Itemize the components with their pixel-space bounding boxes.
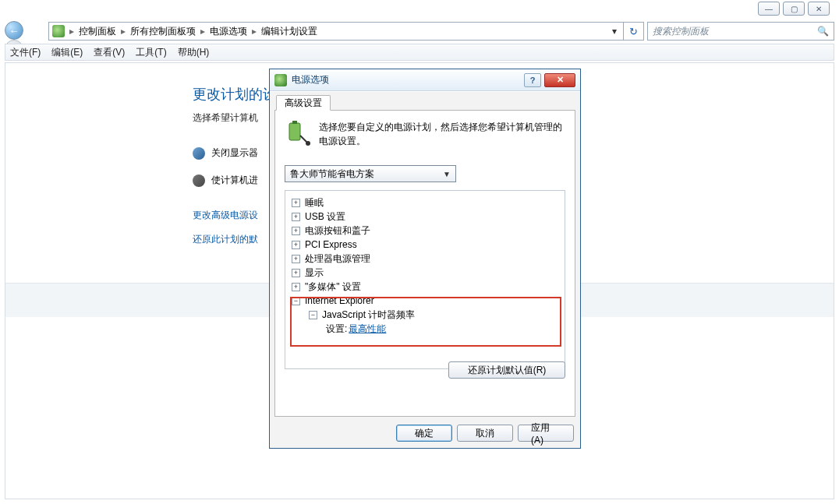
tree-item[interactable]: +PCI Express (289, 238, 561, 252)
row-label: 关闭显示器 (211, 146, 258, 160)
chevron-right-icon: ▸ (68, 26, 76, 37)
tree-item[interactable]: +显示 (289, 266, 561, 280)
settings-tree[interactable]: +睡眠 +USB 设置 +电源按钮和盖子 +PCI Express +处理器电源… (285, 190, 565, 369)
minimize-button[interactable]: — (758, 2, 780, 16)
menu-file[interactable]: 文件(F) (10, 46, 41, 59)
menubar: 文件(F) 编辑(E) 查看(V) 工具(T) 帮助(H) (5, 44, 834, 61)
svg-point-2 (306, 141, 310, 146)
setting-value-link[interactable]: 最高性能 (349, 322, 386, 336)
back-button[interactable]: ← (5, 21, 23, 40)
battery-plug-icon (285, 120, 311, 146)
tree-item[interactable]: +处理器电源管理 (289, 252, 561, 266)
svg-rect-0 (289, 123, 300, 140)
menu-view[interactable]: 查看(V) (94, 46, 125, 59)
sleep-icon (193, 174, 205, 187)
power-icon (274, 74, 287, 86)
setting-label: 设置: (326, 322, 347, 336)
expand-icon[interactable]: + (292, 255, 300, 263)
search-placeholder: 搜索控制面板 (653, 25, 709, 38)
expand-icon[interactable]: + (292, 213, 300, 221)
apply-button[interactable]: 应用 (A) (518, 425, 574, 442)
collapse-icon[interactable]: − (292, 297, 300, 305)
collapse-icon[interactable]: − (309, 311, 317, 319)
breadcrumb-item[interactable]: 所有控制面板项 (127, 25, 199, 38)
expand-icon[interactable]: + (292, 269, 300, 277)
refresh-button[interactable]: ↻ (624, 22, 644, 41)
help-button[interactable]: ? (524, 73, 541, 87)
tab-advanced[interactable]: 高级设置 (276, 95, 331, 111)
plan-select-value: 鲁大师节能省电方案 (290, 167, 374, 181)
tab-panel: 选择您要自定义的电源计划，然后选择您希望计算机管理的电源设置。 鲁大师节能省电方… (274, 110, 575, 417)
chevron-down-icon: ▼ (443, 170, 451, 178)
breadcrumb-item[interactable]: 编辑计划设置 (258, 25, 320, 38)
close-button[interactable]: ✕ (808, 2, 830, 16)
tree-item[interactable]: +睡眠 (289, 196, 561, 210)
monitor-icon (193, 147, 205, 160)
breadcrumb-dropdown-icon[interactable]: ▾ (609, 26, 620, 37)
power-options-dialog: 电源选项 ? ✕ 高级设置 选择您要自定义的电源计划，然后选择您希望计算机管理的… (269, 69, 581, 449)
search-icon: 🔍 (817, 26, 829, 37)
dialog-description: 选择您要自定义的电源计划，然后选择您希望计算机管理的电源设置。 (319, 120, 565, 148)
breadcrumb-item[interactable]: 电源选项 (207, 25, 250, 38)
search-input[interactable]: 搜索控制面板 🔍 (647, 22, 834, 41)
tree-item[interactable]: +USB 设置 (289, 210, 561, 224)
ok-button[interactable]: 确定 (396, 425, 452, 442)
expand-icon[interactable]: + (292, 199, 300, 207)
tree-item-ie[interactable]: −Internet Explorer (289, 294, 561, 308)
tree-item[interactable]: +电源按钮和盖子 (289, 224, 561, 238)
breadcrumb-item[interactable]: 控制面板 (76, 25, 119, 38)
dialog-titlebar: 电源选项 ? ✕ (270, 69, 580, 91)
tree-item[interactable]: +"多媒体" 设置 (289, 280, 561, 294)
plan-select[interactable]: 鲁大师节能省电方案 ▼ (285, 165, 456, 182)
chevron-right-icon: ▸ (119, 26, 127, 37)
svg-rect-1 (292, 121, 297, 124)
expand-icon[interactable]: + (292, 241, 300, 249)
chevron-right-icon: ▸ (250, 26, 258, 37)
tree-item-js-timer[interactable]: −JavaScript 计时器频率 (306, 308, 561, 322)
dialog-close-button[interactable]: ✕ (544, 73, 575, 87)
control-panel-icon (52, 25, 65, 37)
row-label: 使计算机进 (211, 174, 258, 187)
tree-item-setting[interactable]: 设置: 最高性能 (323, 322, 561, 336)
restore-defaults-button[interactable]: 还原计划默认值(R) (448, 361, 565, 379)
navbar: ← → ▸ 控制面板 ▸ 所有控制面板项 ▸ 电源选项 ▸ 编辑计划设置 ▾ ↻… (5, 20, 834, 42)
nav-back-forward: ← → (5, 21, 45, 41)
chevron-right-icon: ▸ (199, 26, 207, 37)
maximize-button[interactable]: ▢ (783, 2, 805, 16)
menu-help[interactable]: 帮助(H) (178, 46, 210, 59)
breadcrumb[interactable]: ▸ 控制面板 ▸ 所有控制面板项 ▸ 电源选项 ▸ 编辑计划设置 ▾ (48, 22, 624, 41)
menu-tools[interactable]: 工具(T) (136, 46, 166, 59)
dialog-cancel-button[interactable]: 取消 (457, 425, 513, 442)
expand-icon[interactable]: + (292, 227, 300, 235)
expand-icon[interactable]: + (292, 283, 300, 291)
dialog-title: 电源选项 (292, 73, 521, 86)
menu-edit[interactable]: 编辑(E) (51, 46, 83, 59)
